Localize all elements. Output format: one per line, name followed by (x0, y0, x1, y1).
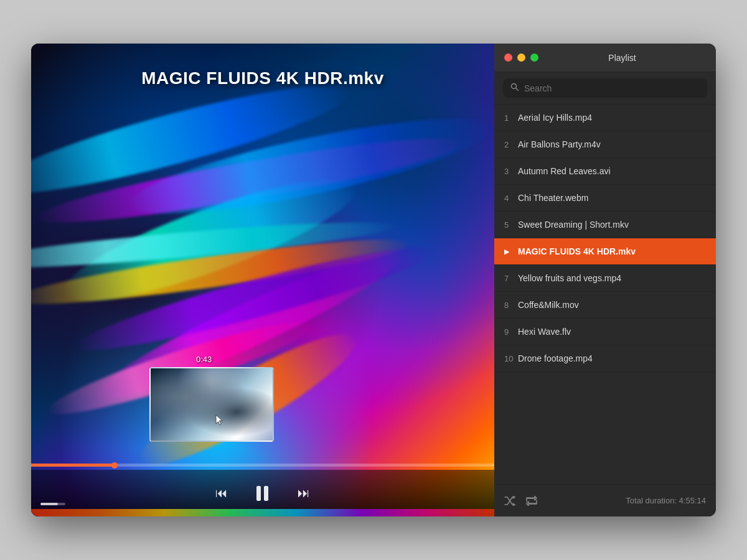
total-duration: Total duration: 4:55:14 (547, 496, 706, 505)
playlist-item[interactable]: 7▶Yellow fruits and vegs.mp4 (494, 265, 716, 292)
progress-track[interactable] (31, 464, 494, 467)
prev-button[interactable] (210, 482, 233, 505)
panel-titlebar: Playlist (494, 44, 716, 72)
progress-area[interactable] (31, 464, 494, 467)
playlist-footer: Total duration: 4:55:14 (494, 484, 716, 516)
time-display: 0:43 (196, 355, 212, 364)
item-name: Sweet Dreaming | Short.mkv (518, 220, 629, 230)
maximize-button[interactable] (530, 54, 538, 62)
item-number: 3 (504, 167, 518, 176)
item-name: Hexi Wave.flv (518, 327, 571, 337)
item-name: Aerial Icy Hills.mp4 (518, 113, 592, 123)
playlist-item[interactable]: 4▶Chi Theater.webm (494, 185, 716, 212)
playlist-item[interactable]: 1▶Aerial Icy Hills.mp4 (494, 105, 716, 131)
pause-icon (256, 486, 269, 501)
play-indicator-icon: ▶ (504, 248, 518, 256)
playlist-item[interactable]: 10▶Drone footage.mp4 (494, 345, 716, 372)
progress-fill (31, 464, 115, 467)
search-input-wrap[interactable] (503, 78, 707, 98)
playlist-items: 1▶Aerial Icy Hills.mp42▶Air Ballons Part… (494, 105, 716, 484)
item-number: 10 (504, 354, 518, 363)
item-number: 8 (504, 301, 518, 310)
next-button[interactable] (293, 482, 315, 505)
color-strip (31, 509, 494, 516)
video-title: MAGIC FLUIDS 4K HDR.mkv (31, 68, 494, 88)
item-number: 2 (504, 140, 518, 149)
item-number: 5 (504, 220, 518, 230)
item-name: Autumn Red Leaves.avi (518, 166, 611, 176)
search-input[interactable] (524, 83, 700, 93)
search-bar (494, 72, 716, 105)
repeat-button[interactable] (525, 496, 538, 506)
volume-fill (40, 503, 58, 505)
minimize-button[interactable] (517, 54, 525, 62)
item-name: Drone footage.mp4 (518, 353, 593, 363)
playlist-item[interactable]: 2▶Air Ballons Party.m4v (494, 131, 716, 158)
app-window: MAGIC FLUIDS 4K HDR.mkv 0:43 (31, 44, 716, 516)
video-player: MAGIC FLUIDS 4K HDR.mkv 0:43 (31, 44, 494, 516)
playlist-item[interactable]: 6▶MAGIC FLUIDS 4K HDR.mkv (494, 238, 716, 265)
item-number: 1 (504, 113, 518, 123)
item-number: 4 (504, 194, 518, 203)
playlist-item[interactable]: 8▶Coffe&Milk.mov (494, 292, 716, 319)
svg-line-1 (516, 88, 519, 91)
item-name: MAGIC FLUIDS 4K HDR.mkv (518, 246, 636, 256)
close-button[interactable] (504, 54, 512, 62)
pause-button[interactable] (251, 482, 274, 505)
progress-handle[interactable] (111, 462, 118, 469)
item-name: Coffe&Milk.mov (518, 300, 579, 310)
item-name: Air Ballons Party.m4v (518, 139, 601, 149)
panel-title: Playlist (538, 53, 706, 63)
shuffle-button[interactable] (504, 496, 517, 506)
playlist-item[interactable]: 3▶Autumn Red Leaves.avi (494, 158, 716, 185)
search-icon (510, 83, 519, 93)
item-name: Yellow fruits and vegs.mp4 (518, 273, 621, 283)
item-number: 9 (504, 327, 518, 337)
playlist-panel: Playlist 1▶Aerial Icy Hills.mp42▶Air Bal… (494, 44, 716, 516)
playlist-item[interactable]: 5▶Sweet Dreaming | Short.mkv (494, 212, 716, 238)
item-number: 7 (504, 274, 518, 283)
thumbnail-preview (149, 367, 274, 442)
fluid-streaks (31, 44, 494, 516)
window-controls (504, 54, 538, 62)
playlist-item[interactable]: 9▶Hexi Wave.flv (494, 319, 716, 345)
item-name: Chi Theater.webm (518, 193, 588, 203)
volume-bar[interactable] (40, 503, 65, 505)
